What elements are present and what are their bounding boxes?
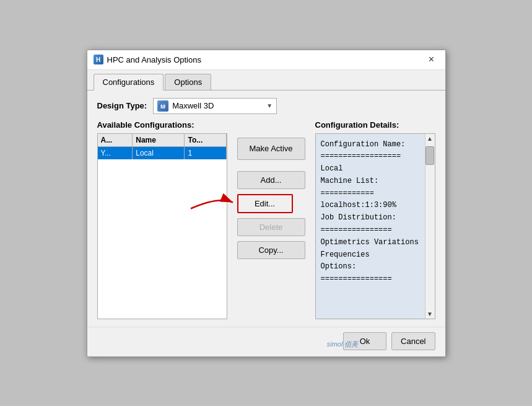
detail-line-0: Configuration Name:	[321, 139, 422, 151]
detail-line-6: localhost:1:3:90%	[321, 200, 422, 212]
detail-line-13: Options:	[321, 261, 422, 273]
detail-line-11: Frequencies	[321, 249, 422, 262]
scrollbar[interactable]: ▲ ▼	[425, 134, 435, 319]
detail-line-4: Machine List:	[321, 175, 422, 188]
detail-line-2: Local	[321, 163, 422, 175]
table-row[interactable]: Y... Local 1	[98, 146, 227, 159]
row-col3: 1	[185, 146, 226, 159]
design-type-label: Design Type:	[97, 101, 147, 110]
row-col2: Local	[133, 146, 185, 159]
row-col1: Y...	[98, 146, 133, 159]
design-type-icon: M	[157, 100, 168, 112]
detail-line-9: ================	[321, 224, 422, 237]
buttons-panel: Make Active Add...	[237, 120, 305, 319]
make-active-button[interactable]: Make Active	[237, 138, 305, 160]
left-panel: Available Configurations: A... Name To..…	[97, 120, 227, 319]
dialog-icon: H	[94, 55, 103, 64]
title-bar: H HPC and Analysis Options ×	[87, 50, 445, 70]
edit-button[interactable]: Edit...	[237, 194, 293, 213]
design-type-row: Design Type: M Maxwell 3D ▼	[97, 98, 435, 114]
delete-button[interactable]: Delete	[237, 218, 305, 236]
details-wrapper: Configuration Name: ================== L…	[315, 133, 435, 319]
edit-btn-wrapper: Edit...	[237, 194, 305, 213]
cancel-button[interactable]: Cancel	[391, 332, 435, 350]
dropdown-arrow-icon: ▼	[266, 102, 273, 109]
table-header-row: A... Name To...	[98, 134, 227, 147]
design-type-select[interactable]: M Maxwell 3D ▼	[153, 98, 277, 114]
svg-text:M: M	[160, 104, 165, 110]
title-bar-left: H HPC and Analysis Options	[94, 55, 201, 64]
detail-line-5: ============	[321, 188, 422, 200]
tab-options[interactable]: Options	[165, 74, 211, 90]
details-content: Configuration Name: ================== L…	[316, 134, 435, 319]
detail-line-10: Optimetrics Variations	[321, 237, 422, 249]
scroll-up-icon[interactable]: ▲	[425, 134, 434, 143]
dialog-title: HPC and Analysis Options	[107, 55, 201, 64]
col-header-to: To...	[185, 134, 226, 147]
config-table: A... Name To... Y... Local 1	[98, 134, 227, 159]
col-header-a: A...	[98, 134, 133, 147]
tabs-row: Configurations Options	[87, 70, 445, 90]
available-config-label: Available Configurations:	[97, 120, 227, 130]
dialog-body: Design Type: M Maxwell 3D ▼ Available Co…	[87, 90, 445, 327]
main-content: Available Configurations: A... Name To..…	[97, 120, 435, 319]
footer-logo: simol 佰美	[327, 340, 359, 349]
col-header-name: Name	[133, 134, 185, 147]
detail-line-8: Job Distribution:	[321, 212, 422, 224]
config-table-container: A... Name To... Y... Local 1	[97, 133, 227, 319]
copy-button[interactable]: Copy...	[237, 241, 305, 259]
tab-configurations[interactable]: Configurations	[94, 74, 164, 90]
scroll-thumb[interactable]	[425, 146, 434, 165]
scroll-down-icon[interactable]: ▼	[425, 309, 434, 319]
design-type-value: Maxwell 3D	[172, 101, 263, 110]
hpc-dialog: H HPC and Analysis Options × Configurati…	[87, 50, 446, 357]
add-button[interactable]: Add...	[237, 171, 305, 189]
dialog-footer: simol 佰美 Ok Cancel	[87, 327, 445, 356]
close-button[interactable]: ×	[424, 52, 439, 67]
config-details-label: Configuration Details:	[315, 120, 435, 130]
right-panel: Configuration Details: Configuration Nam…	[315, 120, 435, 319]
detail-line-1: ==================	[321, 151, 422, 163]
detail-line-14: ================	[321, 273, 422, 286]
